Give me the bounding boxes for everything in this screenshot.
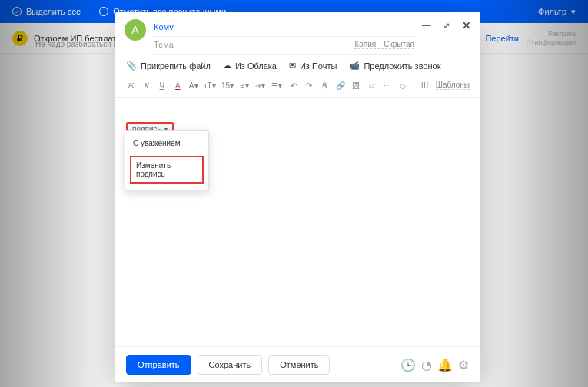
compose-footer: Отправить Сохранить Отменить 🕒 ◔ 🔔 ⚙ <box>115 346 480 382</box>
align-icon[interactable]: ≡▾ <box>240 80 249 91</box>
attach-file-button[interactable]: 📎 Прикрепить файл <box>126 61 211 71</box>
cloud-icon: ☁ <box>223 61 231 71</box>
cc-link[interactable]: Копия <box>354 40 376 48</box>
important-icon[interactable]: ◔ <box>420 359 433 371</box>
send-button[interactable]: Отправить <box>126 355 191 375</box>
signature-edit-button[interactable]: Изменить подпись <box>130 156 204 184</box>
cancel-button[interactable]: Отменить <box>268 355 330 375</box>
underline-icon[interactable]: Ч <box>158 80 167 91</box>
attach-cloud-button[interactable]: ☁ Из Облака <box>223 61 277 71</box>
ad-go-link[interactable]: Перейти <box>485 34 519 43</box>
clear-format-icon[interactable]: ◇ <box>398 80 407 91</box>
ad-icon: ₽ <box>12 31 28 46</box>
compose-window: A Кому Тема Копия Скрытая ─ ⤢ ✕ 📎 Прикре… <box>115 12 480 382</box>
check-circle-icon <box>12 7 22 16</box>
bold-icon[interactable]: Ж <box>126 80 135 91</box>
list-icon[interactable]: ☰▾ <box>271 80 282 91</box>
sender-avatar: A <box>125 19 146 41</box>
attach-mail-label: Из Почты <box>300 61 337 71</box>
chevron-down-icon: ▾ <box>571 7 576 17</box>
redo-icon[interactable]: ↷ <box>304 80 314 91</box>
attach-mail-button[interactable]: ✉ Из Почты <box>289 61 337 71</box>
templates-icon: Ш <box>420 80 429 91</box>
templates-link[interactable]: Шаблоны <box>436 81 470 90</box>
font-color-icon[interactable]: А <box>173 80 182 91</box>
expand-icon[interactable]: ⤢ <box>442 21 451 30</box>
subject-label: Тема <box>154 40 174 49</box>
italic-icon[interactable]: К <box>141 80 151 91</box>
circle-icon <box>99 7 108 16</box>
close-icon[interactable]: ✕ <box>462 21 471 30</box>
save-button[interactable]: Сохранить <box>198 355 263 375</box>
video-icon: 📹 <box>349 61 360 71</box>
filter-button[interactable]: Фильтр ▾ <box>538 7 576 17</box>
notify-icon[interactable]: 🔔 <box>439 359 451 371</box>
attach-file-label: Прикрепить файл <box>141 61 211 71</box>
image-icon[interactable]: 🖼 <box>351 80 360 91</box>
attachment-bar: 📎 Прикрепить файл ☁ Из Облака ✉ Из Почты… <box>115 55 480 77</box>
to-field-row[interactable]: Кому <box>154 19 414 37</box>
strike-icon[interactable]: Ꞩ <box>320 80 329 91</box>
signature-option-default[interactable]: С уважением <box>125 134 208 153</box>
font-family-icon[interactable]: тТ▾ <box>204 80 215 91</box>
bcc-link[interactable]: Скрытая <box>384 40 414 48</box>
undo-icon[interactable]: ↶ <box>288 80 297 91</box>
highlight-icon[interactable]: А▾ <box>189 80 198 91</box>
emoji-icon[interactable]: ☺ <box>367 80 376 91</box>
format-toolbar: Ж К Ч А А▾ тТ▾ 15▾ ≡▾ ⇥▾ ☰▾ ↶ ↷ Ꞩ 🔗 🖼 ☺ … <box>115 77 480 98</box>
to-label: Кому <box>154 22 174 31</box>
suggest-call-button[interactable]: 📹 Предложить звонок <box>349 61 440 71</box>
paperclip-icon: 📎 <box>126 61 137 71</box>
attach-cloud-label: Из Облака <box>235 61 277 71</box>
minimize-icon[interactable]: ─ <box>422 21 431 30</box>
settings-gear-icon[interactable]: ⚙ <box>457 359 470 371</box>
font-size-button[interactable]: 15▾ <box>221 80 234 91</box>
mail-icon: ✉ <box>289 61 296 71</box>
subject-field-row[interactable]: Тема Копия Скрытая <box>154 37 414 55</box>
schedule-icon[interactable]: 🕒 <box>402 359 414 371</box>
link-icon[interactable]: 🔗 <box>336 80 345 91</box>
editor-body[interactable]: подпись ▾ С уважением Изменить подпись <box>115 98 480 346</box>
filter-label: Фильтр <box>538 7 566 16</box>
select-all-button[interactable]: Выделить все <box>12 7 81 16</box>
signature-menu: С уважением Изменить подпись <box>125 130 209 190</box>
select-all-label: Выделить все <box>26 7 81 16</box>
more-format-icon[interactable]: ⋯ <box>383 80 392 91</box>
ad-disclaimer: Рекламаⓘ информация <box>527 30 576 47</box>
indent-icon[interactable]: ⇥▾ <box>255 80 265 91</box>
suggest-call-label: Предложить звонок <box>364 61 440 71</box>
